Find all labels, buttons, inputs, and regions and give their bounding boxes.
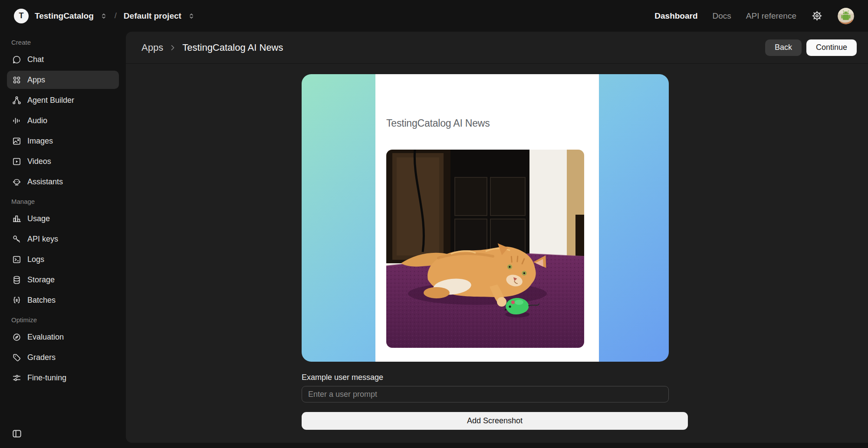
logs-icon — [11, 254, 22, 265]
sidebar-item-chat[interactable]: Chat — [7, 50, 119, 69]
sidebar-item-label: Agent Builder — [27, 96, 74, 105]
sidebar-item-usage[interactable]: Usage — [7, 209, 119, 228]
fine-tuning-icon — [11, 373, 22, 383]
sidebar-item-label: API keys — [27, 235, 58, 244]
nav-api-reference[interactable]: API reference — [746, 11, 796, 21]
user-prompt-input[interactable] — [302, 386, 669, 402]
project-name: Default project — [124, 11, 181, 21]
continue-button[interactable]: Continue — [806, 39, 857, 56]
sidebar-item-batches[interactable]: Batches — [7, 291, 119, 309]
sidebar-item-storage[interactable]: Storage — [7, 271, 119, 289]
sidebar-item-fine-tuning[interactable]: Fine-tuning — [7, 369, 119, 387]
org-selector-chevron-icon[interactable] — [100, 12, 108, 20]
sidebar-item-label: Logs — [27, 255, 44, 264]
sidebar-item-label: Fine-tuning — [27, 373, 66, 383]
sidebar-item-images[interactable]: Images — [7, 132, 119, 150]
nav-docs[interactable]: Docs — [713, 11, 731, 21]
org-logo-letter: T — [19, 11, 24, 20]
sidebar-item-label: Audio — [27, 116, 47, 125]
sidebar-item-label: Images — [27, 137, 53, 146]
sidebar-section-manage: Manage — [11, 198, 115, 205]
sidebar-item-label: Evaluation — [27, 333, 64, 342]
sidebar-item-label: Usage — [27, 214, 50, 223]
storage-icon — [11, 275, 22, 285]
usage-icon — [11, 213, 22, 224]
scroll-area: TestingCatalog AI News — [126, 64, 868, 443]
user-avatar[interactable] — [838, 8, 854, 24]
header-actions: Back Continue — [765, 39, 857, 56]
sidebar-item-label: Storage — [27, 275, 55, 284]
org-logo: T — [14, 9, 29, 23]
sidebar-item-agent-builder[interactable]: Agent Builder — [7, 91, 119, 109]
sidebar-item-evaluation[interactable]: Evaluation — [7, 328, 119, 346]
project-selector-chevron-icon[interactable] — [187, 12, 195, 20]
agent-builder-icon — [11, 95, 22, 105]
sidebar-collapse-icon[interactable] — [11, 428, 23, 439]
sidebar-item-assistants[interactable]: Assistants — [7, 173, 119, 191]
sidebar-item-label: Chat — [27, 55, 44, 64]
assistants-icon — [11, 177, 22, 187]
breadcrumb-apps-link[interactable]: Apps — [141, 42, 163, 53]
api-keys-icon — [11, 234, 22, 244]
top-nav: Dashboard Docs API reference — [654, 8, 854, 24]
content-panel: Apps TestingCatalog AI News Back Continu… — [126, 32, 868, 443]
cat-photo — [386, 150, 584, 348]
sidebar-item-label: Graders — [27, 353, 56, 362]
breadcrumb-current-page: TestingCatalog AI News — [182, 42, 283, 53]
org-project-separator: / — [114, 11, 118, 20]
chat-icon — [11, 54, 22, 65]
sidebar-item-label: Apps — [27, 75, 45, 85]
breadcrumb-chevron-icon — [168, 43, 177, 52]
evaluation-icon — [11, 332, 22, 342]
sidebar-item-api-keys[interactable]: API keys — [7, 230, 119, 248]
add-screenshot-button[interactable]: Add Screenshot — [302, 412, 688, 430]
settings-gear-icon[interactable] — [811, 10, 823, 22]
apps-icon — [11, 75, 22, 85]
app-preview-card: TestingCatalog AI News — [302, 74, 669, 362]
sidebar-item-logs[interactable]: Logs — [7, 250, 119, 268]
workspace-switcher: T TestingCatalog / Default project — [14, 9, 195, 23]
org-name: TestingCatalog — [35, 11, 94, 21]
graders-icon — [11, 352, 22, 363]
app-preview-phone-panel: TestingCatalog AI News — [375, 74, 599, 362]
breadcrumb: Apps TestingCatalog AI News — [141, 42, 283, 53]
sidebar-item-graders[interactable]: Graders — [7, 348, 119, 366]
sidebar-item-label: Batches — [27, 296, 56, 305]
sidebar-section-create: Create — [11, 39, 115, 46]
app-preview-title: TestingCatalog AI News — [386, 118, 490, 129]
sidebar: Create Chat Apps Agent Builder Audio Ima… — [0, 32, 126, 448]
batches-icon — [11, 295, 22, 305]
sidebar-item-label: Assistants — [27, 177, 63, 186]
videos-icon — [11, 156, 22, 167]
sidebar-item-videos[interactable]: Videos — [7, 152, 119, 170]
back-button[interactable]: Back — [765, 39, 802, 56]
images-icon — [11, 136, 22, 146]
sidebar-item-label: Videos — [27, 157, 51, 166]
nav-dashboard[interactable]: Dashboard — [654, 11, 697, 21]
audio-icon — [11, 115, 22, 126]
sidebar-item-audio[interactable]: Audio — [7, 111, 119, 130]
sidebar-item-apps[interactable]: Apps — [7, 71, 119, 89]
example-user-message-label: Example user message — [302, 373, 688, 382]
content-header: Apps TestingCatalog AI News Back Continu… — [126, 32, 868, 64]
top-bar: T TestingCatalog / Default project Dashb… — [0, 0, 868, 32]
sidebar-section-optimize: Optimize — [11, 316, 115, 324]
